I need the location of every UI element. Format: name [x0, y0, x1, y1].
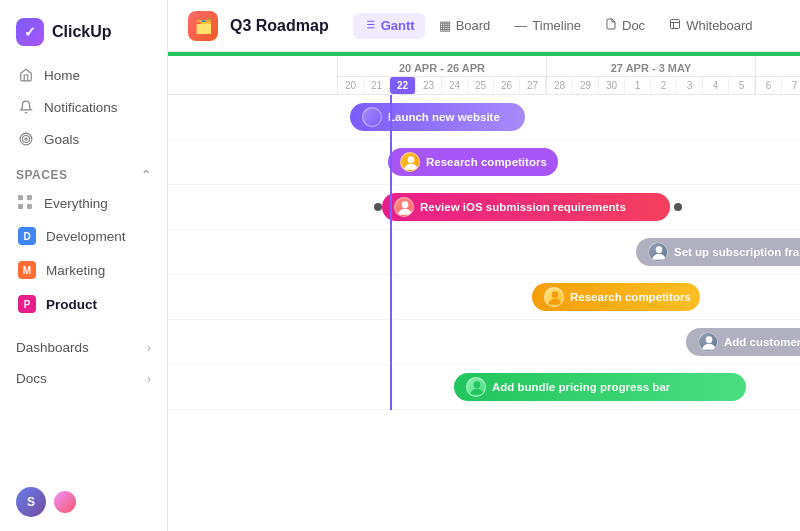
marketing-icon: M: [18, 261, 36, 279]
bar-avatar-launch: [362, 107, 382, 127]
date-24: 24: [442, 77, 468, 94]
tab-timeline[interactable]: — Timeline: [504, 13, 591, 38]
date-range-label-1: 20 APR - 26 APR: [338, 56, 546, 77]
tab-whiteboard[interactable]: Whiteboard: [659, 13, 762, 38]
bar-avatar-review: [394, 197, 414, 217]
date-3: 3: [677, 77, 703, 94]
bar-research1[interactable]: Research competitors: [388, 148, 558, 176]
whiteboard-tab-icon: [669, 18, 681, 33]
sidebar-item-docs[interactable]: Docs ›: [0, 363, 167, 394]
bell-icon: [18, 99, 34, 115]
sidebar-item-everything[interactable]: Everything: [8, 188, 159, 218]
tab-doc[interactable]: Doc: [595, 13, 655, 38]
date-22-today: 22 TODAY: [390, 77, 416, 94]
svg-point-13: [552, 291, 559, 298]
logo-icon: ✓: [16, 18, 44, 46]
user-avatar-secondary: [54, 491, 76, 513]
spaces-list: Everything D Development M Marketing P P…: [0, 188, 167, 320]
product-icon: P: [18, 295, 36, 313]
docs-label: Docs: [16, 371, 47, 386]
date-29: 29: [573, 77, 599, 94]
bar-label-bundle: Add bundle pricing progress bar: [492, 381, 670, 393]
tab-board[interactable]: ▦ Board: [429, 13, 501, 38]
sidebar-item-development[interactable]: D Development: [8, 220, 159, 252]
sidebar-item-dashboards[interactable]: Dashboards ›: [0, 332, 167, 363]
bar-label-launch: Launch new website: [388, 111, 500, 123]
svg-point-1: [23, 136, 30, 143]
gantt-spacer: [168, 56, 338, 94]
row-track-portal: Add customer portal: [338, 320, 800, 364]
date-25: 25: [468, 77, 494, 94]
date-7: 7: [782, 77, 800, 94]
doc-tab-icon: [605, 18, 617, 33]
sidebar-item-marketing[interactable]: M Marketing: [8, 254, 159, 286]
bar-research2[interactable]: Research competitors: [532, 283, 700, 311]
dashboards-chevron: ›: [147, 341, 151, 355]
spaces-chevron: ⌃: [141, 168, 152, 182]
user-avatar[interactable]: S: [16, 487, 46, 517]
date-1: 1: [625, 77, 651, 94]
row-track-subscription: Set up subscription framework: [338, 230, 800, 274]
date-range-label-3: 4 MAY - 10 MAY: [756, 56, 800, 77]
bar-label-portal: Add customer portal: [724, 336, 800, 348]
svg-point-10: [408, 156, 415, 163]
topbar: 🗂️ Q3 Roadmap Gantt ▦ Board — Timeline: [168, 0, 800, 52]
date-21: 21: [364, 77, 390, 94]
sidebar-item-home[interactable]: Home: [8, 60, 159, 90]
gantt-row-portal: Add customer portal: [168, 320, 800, 365]
date-28: 28: [547, 77, 573, 94]
gantt-row-review: Review iOS submission requirements: [168, 185, 800, 230]
topbar-tabs: Gantt ▦ Board — Timeline Doc Whiteboar: [353, 13, 763, 39]
board-tab-icon: ▦: [439, 18, 451, 33]
project-icon: 🗂️: [188, 11, 218, 41]
svg-point-14: [706, 336, 713, 343]
gantt-header: 20 APR - 26 APR 20 21 22 TODAY 23 24 25 …: [168, 56, 800, 95]
svg-point-11: [402, 201, 409, 208]
bar-avatar-research2: [544, 287, 564, 307]
sidebar: ✓ ClickUp Home Notifications Goals Space…: [0, 0, 168, 531]
bar-bundle[interactable]: Add bundle pricing progress bar: [454, 373, 746, 401]
bar-avatar-subscription: [648, 242, 668, 262]
everything-label: Everything: [44, 196, 108, 211]
row-track-launch: Launch new website: [338, 95, 800, 139]
bar-dot-left: [374, 203, 382, 211]
development-icon: D: [18, 227, 36, 245]
date-4: 4: [703, 77, 729, 94]
today-line: [390, 95, 392, 410]
docs-chevron: ›: [147, 372, 151, 386]
bar-dot-right: [674, 203, 682, 211]
sidebar-item-notifications[interactable]: Notifications: [8, 92, 159, 122]
date-26: 26: [494, 77, 520, 94]
progress-bar: [168, 52, 800, 56]
date-20: 20: [338, 77, 364, 94]
date-cells-3: 6 7 8 9 10 11 12: [756, 77, 800, 94]
whiteboard-tab-label: Whiteboard: [686, 18, 752, 33]
gantt-row-subscription: Set up subscription framework: [168, 230, 800, 275]
sidebar-item-goals[interactable]: Goals: [8, 124, 159, 154]
bar-subscription[interactable]: Set up subscription framework: [636, 238, 800, 266]
svg-point-15: [474, 381, 481, 388]
gantt-body: Launch new website Research competitors: [168, 95, 800, 410]
gantt-row-research2: Research competitors: [168, 275, 800, 320]
home-icon: [18, 67, 34, 83]
gantt-row-launch: Launch new website: [168, 95, 800, 140]
home-label: Home: [44, 68, 80, 83]
date-5: 5: [729, 77, 755, 94]
date-range-3: 4 MAY - 10 MAY 6 7 8 9 10 11 12: [756, 56, 800, 94]
date-range-1: 20 APR - 26 APR 20 21 22 TODAY 23 24 25 …: [338, 56, 547, 94]
bar-label-research2: Research competitors: [570, 291, 691, 303]
date-30: 30: [599, 77, 625, 94]
sidebar-item-product[interactable]: P Product: [8, 288, 159, 320]
svg-rect-9: [671, 20, 680, 29]
bar-avatar-research1: [400, 152, 420, 172]
bar-launch[interactable]: Launch new website: [350, 103, 525, 131]
tab-gantt[interactable]: Gantt: [353, 13, 425, 39]
row-track-research2: Research competitors: [338, 275, 800, 319]
sidebar-nav: Home Notifications Goals: [0, 60, 167, 154]
bar-portal[interactable]: Add customer portal: [686, 328, 800, 356]
gantt-dates: 20 APR - 26 APR 20 21 22 TODAY 23 24 25 …: [338, 56, 800, 94]
gantt-tab-icon: [363, 18, 376, 34]
date-cells-2: 28 29 30 1 2 3 4 5: [547, 77, 755, 94]
bar-review[interactable]: Review iOS submission requirements: [382, 193, 670, 221]
marketing-label: Marketing: [46, 263, 105, 278]
